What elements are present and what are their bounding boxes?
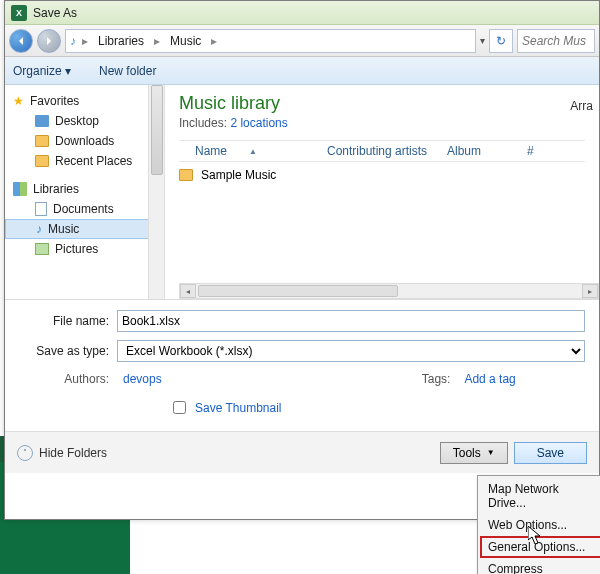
- documents-icon: [35, 202, 47, 216]
- col-number[interactable]: #: [519, 144, 549, 158]
- dialog-footer: ˄ Hide Folders Tools▼ Save: [5, 431, 599, 473]
- file-list-pane: Music library Includes: 2 locations Arra…: [165, 85, 599, 299]
- dialog-title: Save As: [33, 6, 77, 20]
- pictures-icon: [35, 243, 49, 255]
- refresh-button[interactable]: ↻: [489, 29, 513, 53]
- locations-link[interactable]: 2 locations: [230, 116, 287, 130]
- favorites-group[interactable]: ★Favorites: [5, 91, 164, 111]
- breadcrumb[interactable]: ♪ ▸ Libraries ▸ Music ▸: [65, 29, 476, 53]
- excel-icon: X: [11, 5, 27, 21]
- chevron-right-icon[interactable]: ▸: [209, 34, 219, 48]
- col-artists[interactable]: Contributing artists: [319, 144, 439, 158]
- chevron-right-icon[interactable]: ▸: [152, 34, 162, 48]
- arrange-by[interactable]: Arra: [570, 99, 593, 113]
- menu-general-options[interactable]: General Options...: [480, 536, 600, 558]
- menu-compress-pictures[interactable]: Compress Pictures...: [480, 558, 600, 574]
- horizontal-scrollbar[interactable]: ◂ ▸: [179, 283, 599, 299]
- nav-scrollbar[interactable]: [148, 85, 164, 299]
- col-album[interactable]: Album: [439, 144, 519, 158]
- save-type-label: Save as type:: [19, 344, 117, 358]
- scroll-left-button[interactable]: ◂: [180, 284, 196, 298]
- nav-pictures[interactable]: Pictures: [5, 239, 164, 259]
- nav-recent-places[interactable]: Recent Places: [5, 151, 164, 171]
- column-headers: Name▲ Contributing artists Album #: [179, 140, 585, 162]
- tags-label: Tags:: [422, 372, 459, 386]
- hide-folders-button[interactable]: ˄ Hide Folders: [17, 445, 107, 461]
- command-bar: Organize ▾ New folder: [5, 57, 599, 85]
- search-input[interactable]: [517, 29, 595, 53]
- col-name[interactable]: Name▲: [179, 144, 319, 158]
- tags-value[interactable]: Add a tag: [464, 372, 515, 386]
- library-includes: Includes: 2 locations: [179, 116, 585, 130]
- scrollbar-thumb[interactable]: [198, 285, 398, 297]
- forward-button[interactable]: [37, 29, 61, 53]
- chevron-down-icon: ▼: [487, 448, 495, 457]
- breadcrumb-music[interactable]: Music: [166, 34, 205, 48]
- authors-label: Authors:: [19, 372, 117, 386]
- folder-icon: [35, 155, 49, 167]
- address-bar: ♪ ▸ Libraries ▸ Music ▸ ▾ ↻: [5, 25, 599, 57]
- list-item[interactable]: Sample Music: [165, 162, 599, 188]
- back-button[interactable]: [9, 29, 33, 53]
- scroll-right-button[interactable]: ▸: [582, 284, 598, 298]
- folder-icon: [179, 169, 193, 181]
- menu-map-network-drive[interactable]: Map Network Drive...: [480, 478, 600, 514]
- save-type-select[interactable]: Excel Workbook (*.xlsx): [117, 340, 585, 362]
- save-button[interactable]: Save: [514, 442, 587, 464]
- navigation-pane: ★Favorites Desktop Downloads Recent Plac…: [5, 85, 165, 299]
- folder-icon: [35, 135, 49, 147]
- chevron-right-icon[interactable]: ▸: [80, 34, 90, 48]
- star-icon: ★: [13, 94, 24, 108]
- sort-asc-icon: ▲: [241, 147, 265, 156]
- nav-desktop[interactable]: Desktop: [5, 111, 164, 131]
- breadcrumb-dropdown-icon[interactable]: ▾: [480, 35, 485, 46]
- save-thumbnail-label[interactable]: Save Thumbnail: [195, 401, 282, 415]
- libraries-group[interactable]: Libraries: [5, 179, 164, 199]
- save-as-dialog: X Save As ♪ ▸ Libraries ▸ Music ▸ ▾ ↻ Or…: [4, 0, 600, 520]
- new-folder-button[interactable]: New folder: [99, 64, 156, 78]
- menu-web-options[interactable]: Web Options...: [480, 514, 600, 536]
- nav-music[interactable]: ♪Music: [5, 219, 164, 239]
- tools-menu: Map Network Drive... Web Options... Gene…: [477, 475, 600, 574]
- music-icon: ♪: [70, 34, 76, 48]
- libraries-icon: [13, 182, 27, 196]
- filename-label: File name:: [19, 314, 117, 328]
- desktop-icon: [35, 115, 49, 127]
- nav-documents[interactable]: Documents: [5, 199, 164, 219]
- library-title: Music library: [179, 93, 585, 114]
- breadcrumb-libraries[interactable]: Libraries: [94, 34, 148, 48]
- chevron-up-icon: ˄: [17, 445, 33, 461]
- filename-input[interactable]: [117, 310, 585, 332]
- save-form: File name: Save as type: Excel Workbook …: [5, 299, 599, 431]
- title-bar: X Save As: [5, 1, 599, 25]
- item-name: Sample Music: [201, 168, 276, 182]
- scrollbar-thumb[interactable]: [151, 85, 163, 175]
- authors-value[interactable]: devops: [123, 372, 162, 386]
- tools-button[interactable]: Tools▼: [440, 442, 508, 464]
- music-icon: ♪: [36, 222, 42, 236]
- organize-button[interactable]: Organize ▾: [13, 64, 71, 78]
- save-thumbnail-checkbox[interactable]: [173, 401, 186, 414]
- nav-downloads[interactable]: Downloads: [5, 131, 164, 151]
